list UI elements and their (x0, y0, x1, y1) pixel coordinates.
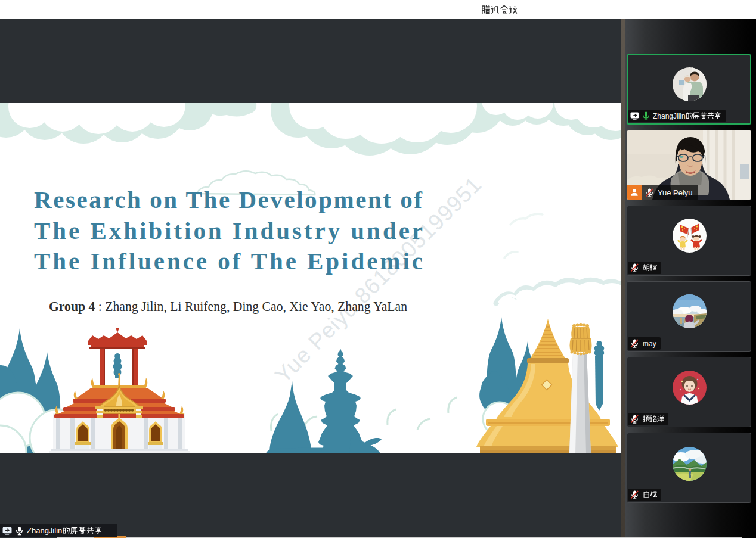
svg-text:The Exhibition Industry under: The Exhibition Industry under (34, 217, 423, 244)
svg-text:Research on The Development of: Research on The Development of (34, 186, 423, 213)
svg-text:Group 4 : Zhang Jilin, Li Ruif: Group 4 : Zhang Jilin, Li Ruifeng, Ding … (49, 299, 407, 314)
svg-text:The Influence of The Epidemic: The Influence of The Epidemic (34, 247, 423, 275)
